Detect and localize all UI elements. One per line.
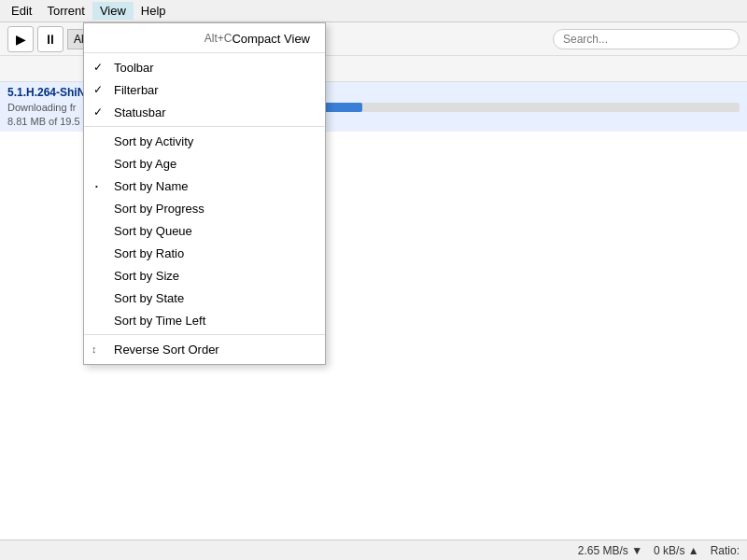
statusbar-check: ✓ — [93, 105, 103, 119]
menubar: Edit Torrent View Help — [0, 0, 747, 22]
menu-statusbar[interactable]: ✓ Statusbar — [84, 101, 325, 123]
status-up-speed: 0 kB/s ▲ — [654, 544, 699, 557]
menu-sort-age[interactable]: Sort by Age — [84, 152, 325, 175]
separator-2 — [84, 126, 325, 127]
status-ratio-label: Ratio: — [711, 544, 740, 557]
menu-torrent[interactable]: Torrent — [39, 2, 92, 20]
toolbar-label: Toolbar — [114, 61, 154, 75]
menu-help[interactable]: Help — [134, 2, 174, 20]
separator-1 — [84, 52, 325, 53]
menu-sort-queue[interactable]: Sort by Queue — [84, 219, 325, 242]
filterbar-check: ✓ — [93, 83, 103, 96]
dropdown-menu: Alt+C Compact View ✓ Toolbar ✓ Filterbar… — [83, 22, 326, 365]
statusbar: 2.65 MB/s ▼ 0 kB/s ▲ Ratio: — [0, 539, 747, 560]
sort-name-bullet: • — [95, 182, 98, 190]
compact-view-shortcut: Alt+C — [186, 32, 233, 45]
torrent-info: Downloading fr — [7, 102, 82, 113]
statusbar-label: Statusbar — [114, 105, 166, 119]
menu-compact-view[interactable]: Alt+C Compact View — [84, 27, 325, 49]
menu-sort-size[interactable]: Sort by Size — [84, 264, 325, 287]
menu-toolbar[interactable]: ✓ Toolbar — [84, 56, 325, 78]
sort-age-label: Sort by Age — [114, 157, 176, 171]
torrent-size: 8.81 MB of 19.5 — [7, 116, 80, 127]
search-input[interactable] — [553, 29, 740, 49]
sort-name-label: Sort by Name — [114, 179, 188, 193]
menu-sort-state[interactable]: Sort by State — [84, 287, 325, 309]
menu-reverse-sort[interactable]: ↕ Reverse Sort Order — [84, 338, 325, 360]
sort-ratio-label: Sort by Ratio — [114, 246, 184, 260]
sort-time-left-label: Sort by Time Left — [114, 314, 205, 328]
sort-size-label: Sort by Size — [114, 269, 179, 283]
menu-sort-progress[interactable]: Sort by Progress — [84, 197, 325, 219]
sort-queue-label: Sort by Queue — [114, 224, 192, 238]
separator-3 — [84, 334, 325, 335]
menu-sort-ratio[interactable]: Sort by Ratio — [84, 242, 325, 264]
filterbar-label: Filterbar — [114, 83, 159, 97]
menu-sort-name[interactable]: • Sort by Name — [84, 175, 325, 197]
reverse-sort-label: Reverse Sort Order — [114, 343, 219, 357]
menu-edit[interactable]: Edit — [4, 2, 39, 20]
status-down-speed: 2.65 MB/s ▼ — [578, 544, 642, 557]
pause-button[interactable]: ⏸ — [37, 26, 63, 52]
menu-view[interactable]: View — [92, 2, 134, 20]
menu-sort-activity[interactable]: Sort by Activity — [84, 130, 325, 152]
sort-progress-label: Sort by Progress — [114, 202, 204, 216]
sort-state-label: Sort by State — [114, 291, 184, 305]
menu-sort-time-left[interactable]: Sort by Time Left — [84, 309, 325, 331]
reverse-sort-icon: ↕ — [92, 343, 97, 355]
toolbar-check: ✓ — [93, 61, 103, 74]
sort-activity-label: Sort by Activity — [114, 134, 193, 148]
compact-view-label: Compact View — [232, 32, 310, 46]
play-button[interactable]: ▶ — [7, 26, 34, 52]
menu-filterbar[interactable]: ✓ Filterbar — [84, 78, 325, 101]
